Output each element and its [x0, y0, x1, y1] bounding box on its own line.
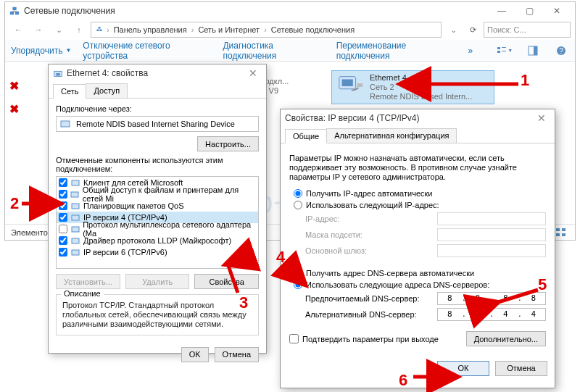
ethernet-icon [53, 68, 63, 78]
remove-button[interactable]: Удалить [125, 274, 190, 289]
svg-rect-7 [502, 47, 506, 48]
organize-menu[interactable]: Упорядочить ▼ [11, 46, 71, 56]
component-label: IP версии 6 (TCP/IPv6) [83, 248, 167, 257]
annotation-arrow-4 [285, 264, 310, 291]
component-checkbox[interactable] [59, 248, 67, 257]
tiles-view-icon[interactable] [553, 226, 569, 239]
gateway-input: ... [437, 244, 546, 257]
dns-auto-radio[interactable]: Получить адрес DNS-сервера автоматически [294, 269, 546, 278]
dialog-body: Подключение через: Remote NDIS based Int… [49, 98, 266, 341]
configure-button[interactable]: Настроить... [197, 136, 259, 151]
annotation-4: 4 [276, 248, 285, 267]
dialog-titlebar: Свойства: IP версии 4 (TCP/IPv4) ✕ [281, 109, 555, 127]
tab-access[interactable]: Доступ [86, 83, 128, 98]
diagnose-button[interactable]: Диагностика подключения [223, 41, 324, 61]
toolbar-more[interactable]: » [468, 46, 473, 56]
back-button[interactable]: ← [9, 21, 27, 38]
svg-rect-32 [72, 238, 79, 243]
cancel-button[interactable]: Отмена [215, 347, 259, 362]
tabs: Общие Альтернативная конфигурация [281, 127, 555, 143]
breadcrumb-item[interactable]: Сеть и Интернет [196, 25, 262, 34]
help-icon[interactable]: ? [552, 42, 569, 59]
close-button[interactable]: ✕ [533, 112, 550, 124]
tabs: Сеть Доступ [49, 82, 266, 98]
up-button[interactable]: ↑ [70, 21, 88, 38]
ip-manual-radio-input[interactable] [294, 201, 302, 209]
svg-rect-9 [502, 51, 506, 51]
disable-device-button[interactable]: Отключение сетевого устройства [83, 41, 211, 61]
svg-line-37 [288, 267, 304, 283]
ip-address-row: IP-адрес: ... [305, 212, 546, 225]
advanced-button[interactable]: Дополнительно... [466, 331, 546, 346]
svg-rect-4 [100, 30, 102, 32]
tab-alternative[interactable]: Альтернативная конфигурация [326, 128, 457, 143]
ip-auto-radio-input[interactable] [294, 189, 302, 198]
dialog-titlebar: Ethernet 4: свойства ✕ [49, 64, 266, 82]
component-checkbox[interactable] [59, 178, 67, 187]
svg-rect-16 [357, 83, 363, 87]
svg-rect-31 [72, 227, 79, 232]
close-button[interactable]: ✕ [244, 67, 262, 79]
svg-rect-15 [342, 79, 353, 86]
forward-button[interactable]: → [30, 21, 47, 38]
component-label: Драйвер протокола LLDP (Майкрософт) [83, 236, 231, 245]
svg-rect-25 [56, 73, 59, 76]
minimize-button[interactable]: — [488, 3, 515, 19]
component-item[interactable]: Общий доступ к файлам и принтерам для се… [57, 188, 258, 200]
svg-rect-30 [72, 215, 79, 220]
dropdown-button[interactable]: ⌄ [444, 21, 462, 38]
confirm-on-exit-checkbox[interactable]: Подтвердить параметры при выходе [289, 334, 466, 343]
svg-rect-11 [534, 46, 537, 55]
components-label: Отмеченные компоненты используются этим … [56, 156, 259, 173]
svg-rect-22 [556, 233, 560, 236]
subnet-mask-input: ... [437, 228, 546, 241]
preview-pane-icon[interactable] [524, 42, 541, 59]
breadcrumb[interactable]: › Панель управления › Сеть и Интернет › … [91, 22, 442, 38]
svg-rect-23 [562, 233, 566, 236]
refresh-button[interactable]: ⟳ [465, 22, 481, 38]
svg-line-36 [228, 264, 238, 293]
component-checkbox[interactable] [59, 213, 67, 222]
svg-rect-21 [562, 228, 566, 231]
protocol-icon [70, 235, 80, 246]
nic-icon [60, 119, 72, 129]
disabled-adapter-icon: ✖ [9, 102, 19, 116]
annotation-arrow-3 [218, 259, 246, 297]
component-item[interactable]: Протокол мультиплексора сетевого адаптер… [57, 223, 258, 235]
component-item[interactable]: IP версии 6 (TCP/IPv6) [57, 246, 258, 258]
protocol-icon [70, 178, 80, 188]
breadcrumb-item[interactable]: Сетевые подключения [269, 25, 357, 34]
ok-button[interactable]: OK [181, 347, 209, 362]
svg-rect-3 [97, 30, 99, 32]
info-text: Параметры IP можно назначать автоматичес… [289, 154, 546, 182]
close-button[interactable]: ✕ [543, 3, 571, 19]
components-list[interactable]: Клиент для сетей MicrosoftОбщий доступ к… [56, 176, 259, 269]
network-adapter-icon [336, 73, 364, 98]
component-label: Общий доступ к файлам и принтерам для се… [83, 185, 256, 203]
explorer-title: Сетевые подключения [24, 6, 115, 16]
install-button[interactable]: Установить... [56, 274, 120, 289]
ip-manual-radio[interactable]: Использовать следующий IP-адрес: [294, 201, 546, 209]
ip-auto-radio[interactable]: Получить IP-адрес автоматически [294, 189, 546, 198]
tab-network[interactable]: Сеть [53, 84, 86, 99]
search-placeholder: Поиск: С... [487, 25, 526, 34]
component-checkbox[interactable] [59, 236, 67, 245]
view-dropdown-icon[interactable]: ▼ [496, 42, 513, 59]
connect-via-box: Remote NDIS based Internet Sharing Devic… [56, 116, 259, 132]
breadcrumb-item[interactable]: Панель управления [112, 25, 189, 34]
connect-via-label: Подключение через: [56, 104, 259, 113]
annotation-arrow-1 [420, 77, 522, 93]
component-label: Протокол мультиплексора сетевого адаптер… [83, 220, 256, 238]
component-checkbox[interactable] [59, 225, 67, 233]
confirm-on-exit-input[interactable] [289, 334, 299, 343]
protocol-icon [70, 224, 80, 234]
rename-button[interactable]: Переименование подключения [336, 41, 457, 61]
svg-rect-29 [72, 204, 79, 209]
search-input[interactable]: Поиск: С... [484, 22, 571, 38]
maximize-button[interactable]: ▢ [515, 3, 543, 19]
history-dropdown[interactable]: ⌄ [50, 21, 67, 38]
annotation-2: 2 [10, 194, 19, 213]
component-item[interactable]: Драйвер протокола LLDP (Майкрософт) [57, 235, 258, 246]
cancel-button[interactable]: Отмена [495, 361, 547, 376]
tab-general[interactable]: Общие [285, 129, 327, 143]
